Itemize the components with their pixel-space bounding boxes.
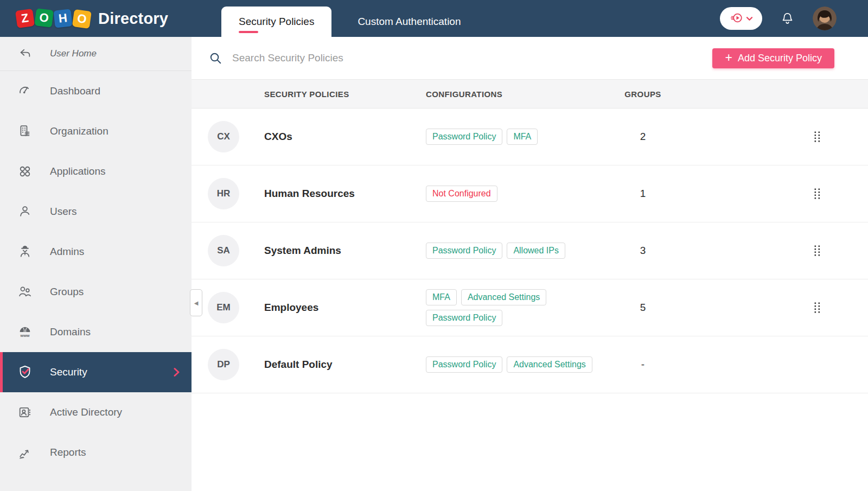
sidebar-item-label: Users [50, 206, 77, 218]
search-toolbar: + Add Security Policy [192, 37, 868, 79]
add-security-policy-button[interactable]: + Add Security Policy [712, 48, 834, 68]
configuration-badges: Password PolicyMFA [426, 129, 605, 145]
sidebar-item-applications[interactable]: Applications [0, 151, 192, 192]
policy-initials-avatar: SA [208, 235, 239, 266]
table-row-default-policy[interactable]: DP Default Policy Password PolicyAdvance… [192, 336, 868, 393]
active-tab-underline [239, 31, 258, 33]
product-tour-icon [730, 11, 743, 26]
active-directory-card-icon [15, 405, 35, 420]
drag-handle[interactable] [801, 302, 833, 314]
sidebar: User Home Dashboard Organization Applica… [0, 37, 192, 491]
sidebar-item-label: User Home [50, 48, 97, 59]
policy-name: Human Resources [264, 188, 426, 200]
table-row-employees[interactable]: EM Employees MFAAdvanced SettingsPasswor… [192, 279, 868, 336]
topbar-tabs: Security Policies Custom Authentication [221, 0, 477, 37]
policy-name: CXOs [264, 131, 426, 143]
groups-count: 1 [605, 188, 681, 200]
tab-security-policies[interactable]: Security Policies [221, 7, 331, 37]
configuration-badges: MFAAdvanced SettingsPassword Policy [426, 289, 605, 326]
table-header: SECURITY POLICIES CONFIGURATIONS GROUPS [192, 79, 868, 109]
badge-password-policy[interactable]: Password Policy [426, 129, 502, 145]
search-icon [208, 51, 223, 66]
badge-mfa[interactable]: MFA [426, 289, 457, 305]
product-tour-button[interactable] [720, 7, 762, 30]
configuration-badges: Password PolicyAdvanced Settings [426, 356, 605, 373]
zoho-logo-tile: Z [15, 9, 35, 28]
policy-initials-avatar: EM [208, 292, 239, 323]
sidebar-item-dashboard[interactable]: Dashboard [0, 71, 192, 111]
table-row-human-resources[interactable]: HR Human Resources Not Configured 1 [192, 165, 868, 222]
main-content: + Add Security Policy SECURITY POLICIES … [192, 37, 868, 491]
drag-handle[interactable] [801, 245, 833, 257]
admin-user-icon [15, 244, 35, 259]
sidebar-collapse-handle[interactable]: ◀ [190, 289, 202, 316]
sidebar-item-reports[interactable]: Reports [0, 432, 192, 473]
sidebar-item-label: Groups [50, 286, 84, 298]
badge-allowed-ips[interactable]: Allowed IPs [507, 243, 565, 259]
sidebar-item-label: Applications [50, 165, 105, 177]
configuration-badges: Not Configured [426, 186, 605, 202]
policy-name: Default Policy [264, 359, 426, 371]
user-icon [15, 204, 35, 219]
badge-mfa[interactable]: MFA [507, 129, 538, 145]
sidebar-item-groups[interactable]: Groups [0, 272, 192, 312]
sidebar-item-label: Admins [50, 246, 84, 258]
plus-icon: + [725, 52, 732, 64]
groups-count: - [605, 359, 681, 371]
tab-label: Security Policies [239, 16, 314, 28]
sidebar-item-label: Active Directory [50, 406, 122, 418]
sidebar-item-label: Domains [50, 326, 91, 338]
domains-globe-icon: www [15, 324, 35, 340]
badge-password-policy[interactable]: Password Policy [426, 310, 502, 326]
sidebar-item-organization[interactable]: Organization [0, 111, 192, 151]
tab-label: Custom Authentication [358, 16, 461, 28]
dashboard-gauge-icon [15, 84, 35, 99]
policy-initials-avatar: DP [208, 349, 239, 380]
policy-name: System Admins [264, 245, 426, 257]
policy-initials-avatar: HR [208, 178, 239, 209]
zoho-logo-tile: O [34, 8, 54, 28]
organization-building-icon [15, 124, 35, 139]
drag-handle[interactable] [801, 188, 833, 200]
sidebar-item-users[interactable]: Users [0, 192, 192, 232]
policy-table-body: CX CXOs Password PolicyMFA 2 HR Human Re… [192, 109, 868, 393]
column-configurations: CONFIGURATIONS [426, 90, 605, 99]
add-button-label: Add Security Policy [738, 53, 822, 64]
topbar-actions [720, 0, 868, 37]
zoho-logo-tile: O [72, 9, 92, 29]
badge-advanced-settings[interactable]: Advanced Settings [461, 289, 546, 305]
collapse-arrow-icon: ◀ [194, 300, 199, 306]
table-row-cxos[interactable]: CX CXOs Password PolicyMFA 2 [192, 109, 868, 165]
brand-name: Directory [98, 10, 168, 28]
column-security-policies: SECURITY POLICIES [264, 90, 426, 99]
column-groups: GROUPS [605, 90, 681, 99]
badge-not-configured[interactable]: Not Configured [426, 186, 497, 202]
app-shell: User Home Dashboard Organization Applica… [0, 37, 868, 491]
sidebar-item-label: Reports [50, 447, 86, 458]
zoho-logo-tile: H [53, 9, 72, 28]
sidebar-item-user-home[interactable]: User Home [0, 37, 192, 71]
policy-initials-avatar: CX [208, 121, 239, 152]
badge-advanced-settings[interactable]: Advanced Settings [507, 356, 592, 373]
sidebar-item-label: Dashboard [50, 85, 100, 97]
groups-people-icon [15, 284, 35, 299]
applications-grid-icon [15, 164, 35, 179]
configuration-badges: Password PolicyAllowed IPs [426, 243, 605, 259]
badge-password-policy[interactable]: Password Policy [426, 243, 502, 259]
sidebar-item-domains[interactable]: www Domains [0, 312, 192, 352]
sidebar-item-admins[interactable]: Admins [0, 232, 192, 272]
user-avatar-photo[interactable] [813, 7, 837, 30]
drag-handle[interactable] [801, 131, 833, 143]
search-input[interactable] [232, 52, 514, 64]
bell-icon[interactable] [780, 11, 795, 26]
table-row-system-admins[interactable]: SA System Admins Password PolicyAllowed … [192, 222, 868, 279]
badge-password-policy[interactable]: Password Policy [426, 356, 502, 373]
tab-custom-authentication[interactable]: Custom Authentication [341, 7, 477, 37]
chevron-down-icon [746, 16, 753, 21]
groups-count: 2 [605, 131, 681, 143]
groups-count: 3 [605, 245, 681, 257]
sidebar-item-active-directory[interactable]: Active Directory [0, 392, 192, 432]
sidebar-item-label: Organization [50, 125, 108, 137]
zoho-directory-logo[interactable]: ZOHO Directory [0, 0, 192, 37]
sidebar-item-security[interactable]: Security [0, 352, 192, 392]
